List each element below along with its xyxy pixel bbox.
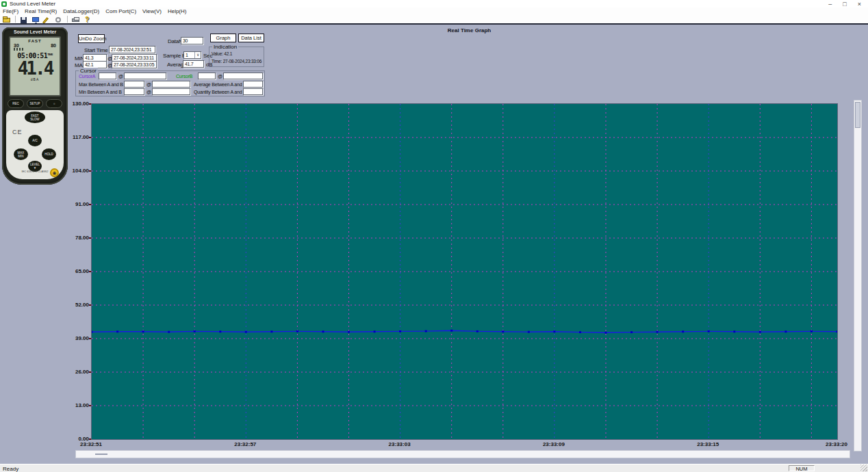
start-time-label: Start Time bbox=[84, 47, 107, 53]
data-no-field[interactable] bbox=[181, 37, 203, 44]
x-tick-label: 23:32:51 bbox=[71, 441, 112, 447]
indication-legend: Indication bbox=[212, 44, 238, 50]
save-icon[interactable] bbox=[19, 16, 29, 23]
x-axis: 23:32:5123:32:5723:33:0323:33:0923:33:15… bbox=[71, 441, 858, 448]
real-time-chart bbox=[92, 104, 837, 439]
indication-time-label: Time: bbox=[212, 59, 222, 64]
status-message: Ready bbox=[3, 466, 18, 472]
vertical-scrollbar-thumb[interactable] bbox=[855, 102, 860, 128]
cursor-group: Cursor CursorA @ CursorB @ Max Between A… bbox=[75, 70, 265, 96]
help-icon[interactable]: ? bbox=[83, 16, 92, 23]
chevron-down-icon[interactable]: ∨ bbox=[194, 52, 201, 58]
avg-between-label: Average Between A and B bbox=[194, 82, 246, 87]
graph-button[interactable]: Graph bbox=[210, 34, 236, 42]
setup-pen-icon[interactable] bbox=[42, 16, 52, 23]
indication-value-label: Value: bbox=[212, 51, 223, 56]
y-tick-label: 78.00 bbox=[75, 235, 89, 241]
toolbar-separator bbox=[15, 16, 16, 23]
cursor-a-at-symbol: @ bbox=[118, 74, 123, 79]
min-between-label: Min Between A and B bbox=[79, 90, 122, 94]
cursor-a-label: CursorA bbox=[79, 74, 95, 79]
y-tick-label: 26.00 bbox=[75, 369, 89, 375]
sound-level-meter-device: Sound Level Meter FAST 30 80 05:00:51TIM… bbox=[2, 27, 68, 185]
indication-group: Indication Value: 42.1 Time: 27-08-2024,… bbox=[209, 47, 264, 67]
start-time-field[interactable] bbox=[109, 46, 155, 53]
device-setup-button: SETUP bbox=[27, 99, 43, 108]
device-rec-button: REC bbox=[8, 99, 24, 108]
device-fast-slow-button: FAST SLOW bbox=[25, 112, 45, 123]
min-between-at-symbol: @ bbox=[146, 90, 151, 94]
x-tick-label: 23:32:57 bbox=[225, 441, 266, 447]
y-tick-label: 104.00 bbox=[73, 168, 89, 174]
average-field[interactable] bbox=[183, 60, 204, 68]
max-time-field[interactable] bbox=[112, 61, 157, 68]
real-time-monitor-icon[interactable] bbox=[31, 16, 40, 23]
resize-grip[interactable] bbox=[860, 464, 867, 471]
max-between-time-field[interactable] bbox=[152, 81, 190, 88]
cursor-a-time-field[interactable] bbox=[124, 73, 166, 79]
device-lcd: FAST 30 80 05:00:51TIME 41.4 dBA bbox=[9, 36, 61, 96]
chart-plot-area[interactable] bbox=[91, 103, 838, 440]
lcd-time-unit: TIME bbox=[47, 53, 53, 56]
undo-zoom-button[interactable]: UnDo Zoom bbox=[78, 34, 105, 43]
indication-value: 42.1 bbox=[224, 51, 232, 56]
menu-item-real-time-r-[interactable]: Real Time(R) bbox=[25, 8, 57, 14]
graph-title: Real Time Graph bbox=[71, 27, 868, 34]
horizontal-scrollbar[interactable] bbox=[75, 450, 850, 458]
maximize-button[interactable]: □ bbox=[843, 1, 846, 8]
minimize-button[interactable]: – bbox=[828, 1, 832, 8]
cursor-legend: Cursor bbox=[79, 68, 98, 74]
open-file-icon[interactable] bbox=[2, 16, 12, 23]
max-between-at-symbol: @ bbox=[146, 82, 151, 87]
menu-item-view-v-[interactable]: View(V) bbox=[142, 8, 162, 14]
toolbar-separator bbox=[67, 16, 68, 23]
indication-time: 27-08-2024,23:33:06 bbox=[223, 59, 262, 64]
sample-rate-select[interactable]: 1∨ bbox=[183, 51, 201, 59]
y-tick-label: 39.00 bbox=[75, 335, 89, 341]
device-power-button: ◉ bbox=[50, 168, 59, 177]
cursor-a-value-field[interactable] bbox=[99, 73, 116, 79]
cursor-b-at-symbol: @ bbox=[218, 74, 222, 79]
device-brand-label: Sound Level Meter bbox=[2, 27, 68, 34]
qty-between-label: Quantity Between A and B bbox=[194, 90, 246, 94]
lcd-range-high: 80 bbox=[51, 43, 56, 48]
close-button[interactable]: × bbox=[858, 1, 861, 8]
lcd-value: 41.4 bbox=[10, 60, 60, 77]
x-tick-label: 23:33:03 bbox=[379, 441, 420, 447]
menu-item-file-f-[interactable]: File(F) bbox=[3, 8, 18, 14]
menu-item-datalogger-d-[interactable]: DataLogger(D) bbox=[63, 8, 99, 14]
device-backlight-button: ☼ bbox=[46, 99, 62, 108]
toolbar: ? bbox=[0, 15, 868, 23]
y-tick-label: 117.00 bbox=[73, 134, 89, 140]
qty-between-field[interactable] bbox=[243, 88, 263, 95]
titlebar: Sound Level Meter – □ × bbox=[0, 0, 868, 8]
min-between-time-field[interactable] bbox=[152, 88, 190, 95]
y-tick-label: 65.00 bbox=[75, 268, 89, 274]
ce-mark: CE bbox=[12, 129, 23, 135]
y-axis: 130.00117.00104.0091.0078.0065.0052.0039… bbox=[70, 100, 89, 445]
stop-icon[interactable] bbox=[54, 16, 64, 23]
horizontal-scrollbar-thumb[interactable] bbox=[95, 454, 107, 455]
cursor-b-value-field[interactable] bbox=[198, 73, 216, 79]
menu-item-com-port-c-[interactable]: Com Port(C) bbox=[105, 8, 136, 14]
num-lock-indicator: NUM bbox=[789, 465, 815, 471]
x-tick-label: 23:33:15 bbox=[687, 441, 728, 447]
max-between-value-field[interactable] bbox=[124, 81, 144, 88]
y-tick-label: 13.00 bbox=[75, 402, 89, 408]
y-tick-label: 91.00 bbox=[75, 201, 89, 207]
y-tick-label: 130.00 bbox=[73, 101, 89, 107]
cursor-b-time-field[interactable] bbox=[223, 73, 263, 79]
max-between-label: Max Between A and B bbox=[79, 82, 123, 87]
vertical-scrollbar[interactable] bbox=[854, 100, 862, 451]
menu-item-help-h-[interactable]: Help(H) bbox=[168, 8, 187, 14]
avg-between-field[interactable] bbox=[243, 81, 263, 88]
sidebar: Sound Level Meter FAST 30 80 05:00:51TIM… bbox=[0, 25, 71, 464]
device-face: FAST SLOW CE A/C MAX MIN HOLD LEVEL ▼ IE… bbox=[6, 110, 64, 179]
min-between-value-field[interactable] bbox=[124, 88, 144, 95]
toolbar-divider bbox=[0, 23, 868, 25]
x-tick-label: 23:33:09 bbox=[533, 441, 574, 447]
print-icon[interactable] bbox=[71, 16, 81, 23]
statusbar: Ready NUM bbox=[0, 464, 868, 472]
device-max-min-button: MAX MIN bbox=[14, 148, 28, 160]
data-list-button[interactable]: Data List bbox=[238, 34, 264, 42]
